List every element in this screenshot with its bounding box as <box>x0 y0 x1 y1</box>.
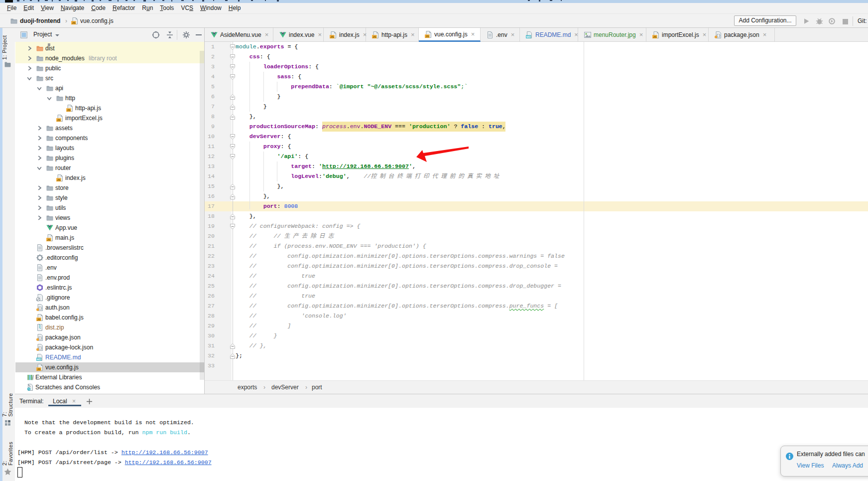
svg-text:JS: JS <box>37 318 40 321</box>
svg-text:JS: JS <box>57 178 60 181</box>
svg-text:MD: MD <box>37 357 41 360</box>
svg-text:JS: JS <box>37 367 40 370</box>
svg-text:MD: MD <box>526 35 531 38</box>
svg-text:JS: JS <box>57 118 60 121</box>
svg-text:JS: JS <box>72 21 75 24</box>
svg-text:JS: JS <box>330 35 334 38</box>
svg-text:JS: JS <box>67 108 70 111</box>
svg-text:JS: JS <box>653 35 656 38</box>
svg-text:JS: JS <box>425 34 429 37</box>
svg-text:JS: JS <box>372 35 376 38</box>
svg-text:JS: JS <box>47 238 50 241</box>
